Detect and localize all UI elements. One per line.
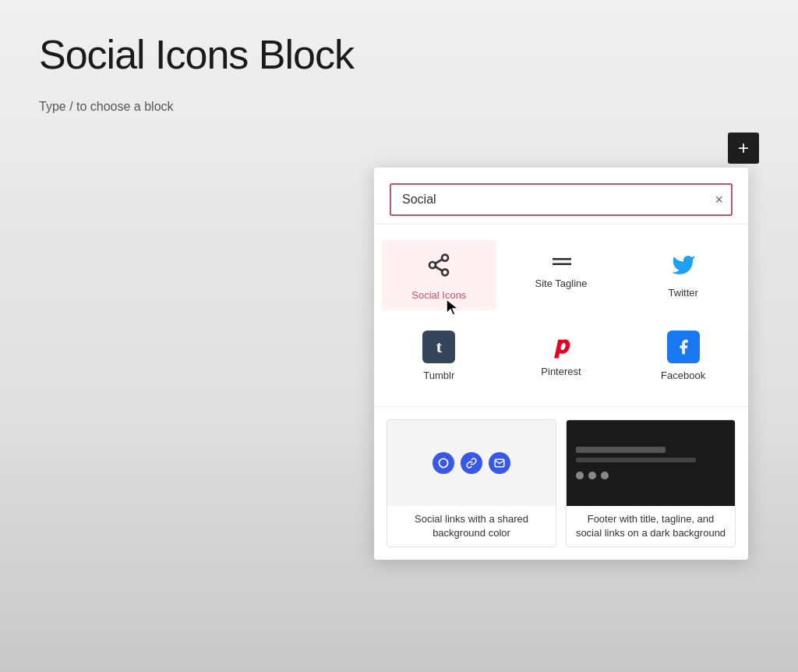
preview-image-social-links — [387, 420, 556, 506]
clear-search-button[interactable]: × — [715, 193, 723, 207]
facebook-icon — [667, 331, 700, 363]
share-icon — [426, 253, 451, 283]
grid-item-facebook[interactable]: Facebook — [626, 318, 740, 391]
dark-sub-line — [576, 458, 696, 462]
grid-item-label-facebook: Facebook — [661, 370, 705, 381]
social-dots-preview — [417, 437, 526, 490]
preview-caption-footer-dark: Footer with title, tagline, and social l… — [567, 506, 735, 546]
twitter-icon — [671, 253, 696, 281]
grid-item-tumblr[interactable]: t Tumblr — [382, 318, 496, 391]
search-section: × — [374, 168, 748, 225]
add-block-button[interactable]: + — [728, 133, 759, 164]
preview-card-social-links[interactable]: Social links with a shared background co… — [387, 419, 556, 547]
pinterest-icon: 𝙥 — [554, 331, 568, 359]
svg-line-3 — [436, 267, 443, 271]
grid-item-label-tumblr: Tumblr — [423, 370, 454, 381]
preview-section: Social links with a shared background co… — [374, 407, 748, 560]
page-title: Social Icons Block — [39, 31, 759, 78]
block-hint: Type / to choose a block — [39, 100, 759, 114]
tumblr-icon: t — [422, 331, 455, 363]
dark-title-line — [576, 447, 666, 453]
dark-dot-2 — [588, 472, 596, 479]
grid-item-label-social-icons: Social Icons — [411, 289, 466, 301]
dark-dot-1 — [576, 472, 584, 479]
block-search-input[interactable] — [390, 183, 733, 216]
grid-item-label-site-tagline: Site Tagline — [535, 278, 588, 289]
search-wrapper: × — [390, 183, 733, 216]
preview-card-footer-dark[interactable]: Footer with title, tagline, and social l… — [566, 419, 736, 547]
grid-item-label-pinterest: Pinterest — [541, 366, 581, 377]
dot-link — [461, 452, 482, 474]
grid-item-label-twitter: Twitter — [669, 287, 698, 299]
tagline-icon: == — [552, 253, 570, 271]
preview-caption-social-links: Social links with a shared background co… — [387, 506, 556, 546]
grid-item-site-tagline[interactable]: == Site Tagline — [504, 240, 619, 310]
grid-item-twitter[interactable]: Twitter — [626, 240, 740, 310]
page-wrapper: Social Icons Block Type / to choose a bl… — [0, 0, 798, 168]
preview-image-footer-dark — [567, 420, 735, 506]
icons-grid: Social Icons == Site Tagline — [374, 225, 748, 407]
dot-wordpress — [433, 452, 454, 474]
block-picker-popup: × Social Icons — [374, 168, 748, 560]
dot-mail — [489, 452, 510, 474]
grid-item-social-icons[interactable]: Social Icons — [382, 240, 496, 310]
dark-dots — [576, 472, 726, 479]
svg-line-4 — [436, 260, 443, 263]
grid-item-pinterest[interactable]: 𝙥 Pinterest — [504, 318, 619, 391]
dark-preview-content — [567, 437, 735, 489]
dark-dot-3 — [601, 472, 609, 479]
